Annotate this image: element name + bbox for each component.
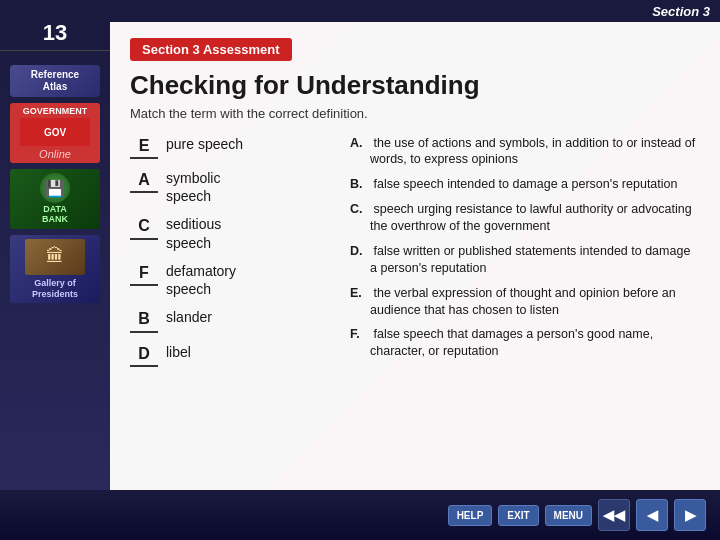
databank-icon: 💾 xyxy=(40,173,70,203)
sidebar-item-data-bank[interactable]: 💾 DATABANK xyxy=(10,169,100,229)
government-label: GOVERNMENT xyxy=(13,106,97,116)
exit-button[interactable]: EXIT xyxy=(498,505,538,526)
match-term-item: A symbolicspeech xyxy=(130,169,330,205)
prev-button[interactable]: ◀ xyxy=(636,499,668,531)
match-term-item: D libel xyxy=(130,343,330,367)
match-term-text: seditiousspeech xyxy=(166,215,221,251)
assessment-banner: Section 3 Assessment xyxy=(130,38,292,61)
match-terms-list: E pure speech A symbolicspeech C seditio… xyxy=(130,135,330,377)
section-label: Section 3 xyxy=(652,4,710,19)
definition-item: B. false speech intended to damage a per… xyxy=(350,176,700,193)
definition-item: D. false written or published statements… xyxy=(350,243,700,277)
chapter-number: 13 xyxy=(4,22,106,44)
def-letter: B. xyxy=(350,176,370,193)
def-text: the use of actions and symbols, in addit… xyxy=(370,135,700,169)
match-term-item: C seditiousspeech xyxy=(130,215,330,251)
def-letter: F. xyxy=(350,326,370,360)
sidebar-item-gallery[interactable]: 🏛 Gallery ofPresidents xyxy=(10,235,100,304)
match-term-item: E pure speech xyxy=(130,135,330,159)
def-text: false speech that damages a person's goo… xyxy=(370,326,700,360)
match-term-text: defamatoryspeech xyxy=(166,262,236,298)
gallery-label: Gallery ofPresidents xyxy=(14,278,96,300)
definition-item: E. the verbal expression of thought and … xyxy=(350,285,700,319)
match-term-text: symbolicspeech xyxy=(166,169,220,205)
sidebar-item-government-online[interactable]: GOVERNMENT GOV Online xyxy=(10,103,100,163)
match-container: E pure speech A symbolicspeech C seditio… xyxy=(130,135,700,377)
gallery-icon: 🏛 xyxy=(46,246,64,267)
match-term-item: F defamatoryspeech xyxy=(130,262,330,298)
def-text: speech urging resistance to lawful autho… xyxy=(370,201,700,235)
definition-item: A. the use of actions and symbols, in ad… xyxy=(350,135,700,169)
next-icon: ▶ xyxy=(685,507,696,523)
def-letter: A. xyxy=(350,135,370,169)
databank-label: DATABANK xyxy=(42,205,68,225)
back-icon: ◀◀ xyxy=(603,507,625,523)
sidebar: Chapter 13 ReferenceAtlas GOVERNMENT GOV… xyxy=(0,0,110,540)
definition-item: F. false speech that damages a person's … xyxy=(350,326,700,360)
match-term-item: B slander xyxy=(130,308,330,332)
menu-button[interactable]: MENU xyxy=(545,505,592,526)
match-letter: C xyxy=(130,215,158,239)
next-button[interactable]: ▶ xyxy=(674,499,706,531)
main-content: Section 3 Assessment Checking for Unders… xyxy=(110,22,720,490)
def-letter: E. xyxy=(350,285,370,319)
match-letter: E xyxy=(130,135,158,159)
match-letter: B xyxy=(130,308,158,332)
match-term-text: pure speech xyxy=(166,135,243,153)
bottom-toolbar: HELP EXIT MENU ◀◀ ◀ ▶ xyxy=(0,490,720,540)
def-text: the verbal expression of thought and opi… xyxy=(370,285,700,319)
def-text: false speech intended to damage a person… xyxy=(370,176,700,193)
help-button[interactable]: HELP xyxy=(448,505,493,526)
def-letter: C. xyxy=(350,201,370,235)
top-bar: Section 3 xyxy=(0,0,720,22)
definitions-list: A. the use of actions and symbols, in ad… xyxy=(350,135,700,377)
gov-icon: GOV xyxy=(44,127,66,138)
subtitle: Match the term with the correct definiti… xyxy=(130,106,700,121)
definition-item: C. speech urging resistance to lawful au… xyxy=(350,201,700,235)
page-title: Checking for Understanding xyxy=(130,71,700,100)
match-letter: F xyxy=(130,262,158,286)
match-letter: A xyxy=(130,169,158,193)
match-term-text: libel xyxy=(166,343,191,361)
prev-icon: ◀ xyxy=(647,507,658,523)
match-term-text: slander xyxy=(166,308,212,326)
def-text: false written or published statements in… xyxy=(370,243,700,277)
sidebar-item-reference-atlas[interactable]: ReferenceAtlas xyxy=(10,65,100,97)
back-button[interactable]: ◀◀ xyxy=(598,499,630,531)
match-letter: D xyxy=(130,343,158,367)
def-letter: D. xyxy=(350,243,370,277)
online-label: Online xyxy=(13,148,97,160)
reference-atlas-label: ReferenceAtlas xyxy=(16,69,94,93)
